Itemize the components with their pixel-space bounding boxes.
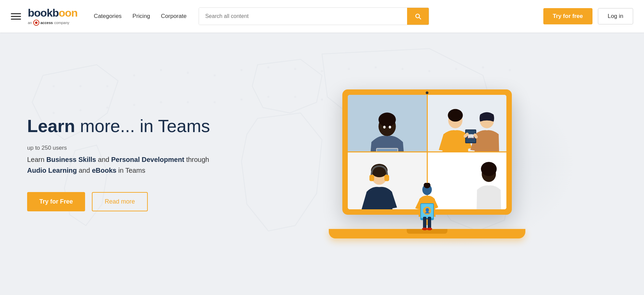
svg-point-6: [160, 69, 162, 71]
svg-point-4: [106, 85, 108, 87]
svg-point-41: [389, 126, 391, 128]
nav-pricing[interactable]: Pricing: [128, 10, 154, 22]
svg-rect-38: [377, 149, 397, 151]
hero-personal-dev: Personal Development: [111, 156, 184, 163]
hero-desc-mid1: and: [96, 156, 111, 163]
svg-point-14: [375, 66, 377, 68]
svg-rect-69: [428, 217, 431, 229]
svg-point-71: [427, 228, 432, 230]
hero-desc-mid2: and: [77, 167, 92, 174]
search-button[interactable]: [407, 8, 429, 25]
camera-dot: [426, 91, 428, 94]
search-bar: [199, 7, 429, 25]
svg-point-21: [79, 109, 81, 111]
try-for-free-button[interactable]: Try for free: [543, 8, 592, 24]
svg-point-70: [422, 228, 427, 230]
svg-point-17: [455, 68, 457, 70]
svg-rect-53: [384, 175, 389, 181]
svg-point-10: [267, 66, 269, 68]
svg-point-39: [379, 112, 396, 127]
hero-desc-post2: in Teams: [116, 167, 145, 174]
svg-point-2: [53, 85, 55, 87]
laptop-illustration: 📖: [329, 89, 525, 238]
hero-title: Learn more... in Teams: [27, 116, 217, 136]
svg-point-3: [79, 85, 81, 87]
hero-ebooks: eBooks: [92, 167, 116, 174]
svg-point-9: [240, 69, 242, 71]
svg-point-19: [509, 69, 511, 71]
svg-point-18: [482, 66, 484, 68]
standing-figure: 👤: [412, 183, 442, 232]
logo-subtitle: an access company: [28, 20, 78, 26]
header: bookboon an access company Categories Pr…: [0, 0, 644, 33]
hero-section: Learn more... in Teams up to 250 users L…: [0, 33, 644, 295]
svg-point-20: [53, 112, 55, 114]
svg-point-13: [348, 68, 350, 70]
svg-point-16: [428, 70, 430, 72]
svg-point-15: [401, 68, 403, 70]
hamburger-menu[interactable]: [11, 13, 21, 20]
svg-point-5: [133, 75, 135, 77]
logo-boon-text: oon: [59, 7, 78, 19]
svg-rect-68: [423, 217, 426, 229]
screen-cell-tl: [348, 95, 427, 152]
header-actions: Try for free Log in: [543, 8, 633, 24]
standing-person-svg: 👤: [412, 183, 442, 230]
svg-point-24: [160, 101, 162, 103]
search-icon: [414, 13, 422, 20]
search-input[interactable]: [199, 8, 407, 25]
hero-business-skills: Business Skills: [46, 156, 96, 163]
svg-text:👤: 👤: [424, 208, 430, 214]
svg-point-40: [383, 126, 386, 128]
svg-point-58: [481, 162, 497, 176]
logo[interactable]: bookboon an access company: [28, 7, 78, 26]
hero-users-label: up to 250 users: [27, 145, 217, 151]
nav-corporate[interactable]: Corporate: [157, 10, 191, 22]
svg-point-26: [214, 101, 216, 103]
svg-point-1: [35, 21, 38, 24]
nav: Categories Pricing Corporate: [90, 10, 191, 22]
hero-desc-post1: through: [184, 156, 209, 163]
svg-point-8: [214, 75, 216, 77]
person-1-svg: [348, 95, 427, 152]
hero-title-learn: Learn: [27, 116, 75, 136]
screen-cell-tr: 📖: [428, 95, 507, 152]
nav-categories[interactable]: Categories: [90, 10, 126, 22]
svg-point-44: [448, 109, 463, 121]
hero-content: Learn more... in Teams up to 250 users L…: [27, 116, 217, 211]
svg-point-11: [294, 68, 296, 70]
hero-desc-pre1: Learn: [27, 156, 46, 163]
svg-point-25: [187, 101, 189, 103]
login-button[interactable]: Log in: [598, 8, 633, 24]
svg-point-7: [187, 72, 189, 74]
hero-description: Learn Business Skills and Personal Devel…: [27, 154, 217, 176]
hero-title-rest: more... in Teams: [75, 116, 210, 136]
person-2-svg: 📖: [428, 95, 507, 152]
logo-book-text: bookb: [28, 7, 59, 19]
hero-buttons: Try for Free Read more: [27, 192, 217, 211]
svg-point-12: [321, 70, 323, 72]
hero-audio-learning: Audio Learning: [27, 167, 77, 174]
access-icon: [33, 20, 39, 26]
hero-visual: 📖: [237, 89, 617, 238]
hero-read-more-button[interactable]: Read more: [92, 192, 148, 211]
svg-point-22: [106, 107, 108, 109]
hero-try-free-button[interactable]: Try for Free: [27, 192, 85, 211]
svg-rect-52: [369, 175, 374, 181]
svg-point-23: [133, 104, 135, 106]
